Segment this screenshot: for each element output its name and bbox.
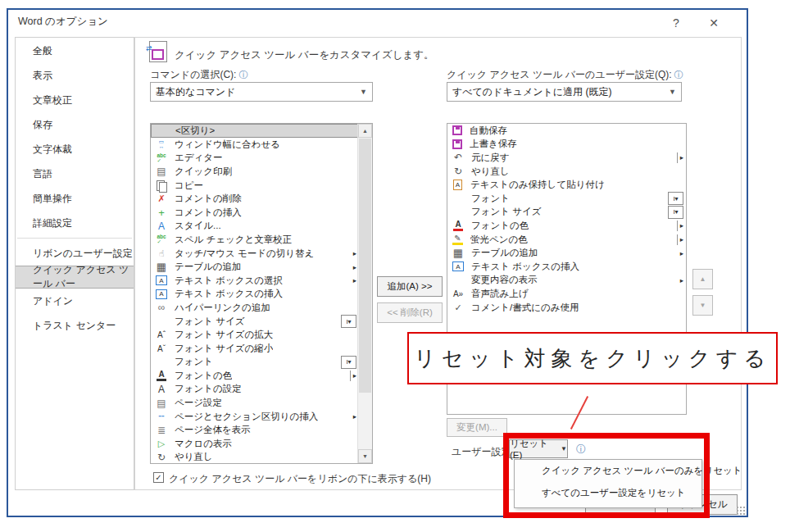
list-item-label: 上書き保存 (470, 138, 517, 150)
scrollbar-thumb[interactable] (359, 139, 371, 393)
sidebar-item[interactable]: 文字体裁 (16, 137, 134, 161)
list-item[interactable]: ↻やり直し (447, 165, 686, 179)
list-item[interactable]: フォント サイズI▾ (151, 315, 359, 329)
list-item-label: ハイパーリンクの追加 (175, 302, 270, 314)
list-item-label: フォント (175, 356, 213, 368)
list-item[interactable]: ✎蛍光ペンの色▸ (447, 233, 686, 247)
list-item[interactable]: Aフォントの色▸ (447, 219, 686, 233)
editor-icon: abc ✓ (154, 152, 169, 164)
list-item-label: 自動保存 (470, 125, 507, 137)
list-item[interactable]: +コメントの挿入 (151, 206, 359, 220)
list-item[interactable]: abc ✓スペル チェックと文章校正 (151, 233, 359, 247)
choose-commands-select[interactable]: 基本的なコマンド▼ (150, 82, 373, 102)
list-item[interactable]: フォントI▾ (151, 356, 359, 370)
list-item[interactable]: Aˆフォント サイズの拡大 (151, 328, 359, 342)
list-item[interactable]: <区切り> (151, 124, 359, 138)
sidebar-item[interactable]: 詳細設定 (16, 211, 134, 235)
list-item[interactable]: ☝タッチ/マウス モードの切り替え▸ (151, 247, 359, 261)
close-button[interactable]: ✕ (701, 13, 726, 33)
list-item[interactable]: ╌ページとセクション区切りの挿入▸ (151, 410, 359, 424)
sidebar-item[interactable]: クイック アクセス ツール バー (16, 266, 134, 289)
list-item[interactable]: フォント サイズI▾ (447, 206, 686, 220)
list-item-label: テキスト ボックスの選択 (175, 275, 283, 287)
list-item[interactable]: 変更内容の表示▸ (447, 274, 686, 288)
sidebar-item[interactable]: アドイン (16, 289, 134, 313)
modify-button[interactable]: 変更(M)... (447, 418, 507, 437)
sidebar-item[interactable]: リボンのユーザー設定 (16, 241, 134, 266)
list-item-label: フォント サイズの拡大 (175, 329, 273, 341)
scroll-up-icon[interactable]: ▲ (358, 124, 372, 138)
list-item-label: ページ設定 (175, 397, 222, 409)
list-item-label: エディター (175, 152, 223, 164)
list-item[interactable]: Aフォントの色▸ (151, 369, 359, 383)
list-item[interactable]: ▤ページ設定 (151, 396, 359, 410)
read-aloud-icon: A» (451, 288, 465, 300)
list-item[interactable]: Aテキストのみ保持して貼り付け (447, 178, 686, 192)
help-button[interactable]: ? (664, 13, 688, 33)
none-icon (154, 316, 169, 328)
list-item[interactable]: Aスタイル... (151, 220, 359, 234)
resize-grip-icon[interactable] (736, 506, 746, 516)
sidebar-item[interactable]: 文章校正 (16, 88, 134, 112)
sidebar-item[interactable]: 言語 (16, 161, 134, 186)
list-item[interactable]: ▦テーブルの追加▸ (447, 246, 686, 260)
save-icon (452, 139, 462, 149)
list-item[interactable]: ≣ページ全体を表示 (151, 423, 359, 437)
grow-font-icon: Aˆ (154, 329, 169, 341)
list-item[interactable]: Aテキスト ボックスの挿入 (447, 260, 686, 274)
list-item[interactable]: ▷マクロの表示 (151, 437, 359, 451)
list-item-label: テーブルの追加 (175, 261, 242, 273)
list-item[interactable]: ▦テーブルの追加▸ (151, 260, 359, 274)
commands-list[interactable]: ▲ ▼ <区切り>▭ ↔ウィンドウ幅に合わせるabc ✓エディター▤クイック印刷… (150, 123, 373, 464)
list-item[interactable]: Aテキスト ボックスの挿入 (151, 288, 359, 302)
annotation-text: リセット対象をクリックする (414, 344, 771, 373)
down-arrow-icon: ▼ (700, 302, 706, 309)
move-up-button[interactable]: ▲ (692, 269, 713, 289)
customize-qat-select[interactable]: すべてのドキュメントに適用 (既定)▼ (447, 82, 682, 102)
list-item[interactable]: Aテキスト ボックスの選択▸ (151, 274, 359, 288)
highlight-icon: ✎ (452, 234, 463, 245)
list-item[interactable]: ▭ ↔ウィンドウ幅に合わせる (151, 138, 359, 152)
list-item[interactable]: ▤クイック印刷 (151, 165, 359, 179)
list-item[interactable]: 自動保存 (447, 124, 686, 138)
add-table-icon: ▦ (451, 247, 465, 259)
scroll-down-icon[interactable]: ▼ (358, 449, 372, 463)
scrollbar[interactable]: ▲ ▼ (357, 124, 372, 463)
list-item[interactable]: ✗コメントの削除 (151, 192, 359, 206)
add-button[interactable]: 追加(A) >> (377, 276, 443, 297)
page-setup-icon: ▤ (154, 397, 169, 409)
list-item[interactable]: 上書き保存 (447, 138, 686, 152)
show-below-ribbon-label: クイック アクセス ツール バーをリボンの下に表示する(H) (169, 472, 431, 486)
list-item[interactable]: A»音声読み上げ (447, 287, 686, 301)
choose-commands-label: コマンドの選択(C):ⓘ (150, 68, 247, 82)
sidebar-item[interactable]: トラスト センター (16, 313, 134, 338)
list-item[interactable]: Aˇフォント サイズの縮小 (151, 342, 359, 356)
quick-print-icon: ▤ (154, 166, 169, 178)
sidebar-item[interactable]: 全般 (16, 39, 134, 63)
sidebar-item[interactable]: 簡単操作 (16, 186, 134, 211)
autosave-icon (452, 125, 462, 135)
chevron-down-icon: ▼ (669, 88, 676, 96)
submenu-arrow-icon: ▸ (353, 263, 356, 271)
split-dropdown-icon: ▸ (677, 152, 683, 163)
remove-button[interactable]: << 削除(R) (377, 302, 443, 323)
list-item[interactable]: ✓コメント/書式にのみ使用 (447, 301, 686, 315)
show-below-ribbon-checkbox[interactable]: ✓ (153, 472, 164, 483)
list-item-label: コメント/書式にのみ使用 (471, 302, 579, 314)
list-item[interactable]: フォントI▾ (447, 192, 686, 206)
info-icon[interactable]: ⓘ (674, 70, 683, 80)
sidebar-item[interactable]: 保存 (16, 112, 134, 137)
list-item[interactable]: ↻やり直し (151, 451, 359, 464)
sidebar-item[interactable]: 表示 (16, 63, 134, 88)
list-item-label: フォント サイズの縮小 (175, 343, 273, 355)
list-item-label: マクロの表示 (175, 438, 232, 450)
list-item-label: やり直し (471, 166, 510, 178)
list-item[interactable]: コピー (151, 179, 359, 193)
macros-icon: ▷ (154, 438, 169, 450)
info-icon[interactable]: ⓘ (238, 70, 247, 80)
list-item[interactable]: ↶元に戻す▸ (447, 151, 686, 165)
list-item[interactable]: Aフォントの設定 (151, 383, 359, 397)
list-item[interactable]: ∞ハイパーリンクの追加 (151, 301, 359, 315)
list-item[interactable]: abc ✓エディター (151, 152, 359, 166)
move-down-button[interactable]: ▼ (692, 295, 713, 316)
